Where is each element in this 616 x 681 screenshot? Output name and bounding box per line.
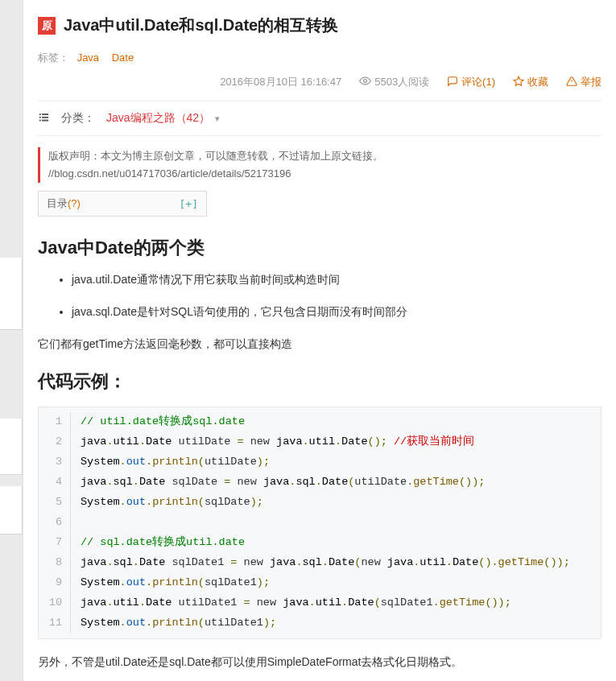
rail-stub[interactable] <box>0 258 23 330</box>
list-icon <box>38 111 50 126</box>
meta-timestamp: 2016年08月10日 16:16:47 <box>220 75 341 89</box>
code-source: // util.date转换成sql.date <box>71 412 245 432</box>
category-row: 分类： Java编程之路（42） ▾ <box>38 101 602 136</box>
rail-stub[interactable] <box>0 419 23 475</box>
chevron-down-icon: ▾ <box>215 114 220 124</box>
views-text: 5503人阅读 <box>374 75 429 89</box>
star-icon <box>513 76 524 89</box>
svg-rect-4 <box>39 114 41 115</box>
meta-report[interactable]: 举报 <box>566 75 602 89</box>
meta-comments[interactable]: 评论(1) <box>447 75 495 89</box>
code-source: System.out.println(sqlDate); <box>71 493 263 513</box>
tag-link[interactable]: Java <box>77 52 99 64</box>
tags-row: 标签： Java Date <box>38 51 602 65</box>
toc-help[interactable]: (?) <box>68 197 81 209</box>
code-line: 1// util.date转换成sql.date <box>39 412 601 432</box>
code-source: System.out.println(sqlDate1); <box>71 573 270 593</box>
code-line: 11System.out.println(utilDate1); <box>39 613 601 634</box>
line-number: 4 <box>39 473 71 493</box>
code-source: java.sql.Date sqlDate1 = new java.sql.Da… <box>71 553 570 573</box>
paragraph: 它们都有getTime方法返回毫秒数，都可以直接构造 <box>38 337 602 352</box>
code-source: // sql.date转换成util.date <box>71 533 245 553</box>
line-number: 5 <box>39 493 71 513</box>
toc-toggle[interactable]: [+] <box>180 198 198 210</box>
article-content: 原 Java中util.Date和sql.Date的相互转换 标签： Java … <box>23 0 616 681</box>
rail-stub[interactable] <box>0 486 23 534</box>
meta-favorite[interactable]: 收藏 <box>513 75 548 89</box>
section-heading-1: Java中Date的两个类 <box>38 236 602 260</box>
meta-views: 5503人阅读 <box>359 75 429 89</box>
meta-row: 2016年08月10日 16:16:47 5503人阅读 评论(1) 收藏 <box>38 75 602 101</box>
svg-point-0 <box>364 80 367 83</box>
svg-rect-5 <box>39 117 41 118</box>
code-line: 3System.out.println(utilDate); <box>39 452 601 473</box>
original-badge: 原 <box>38 17 56 35</box>
category-value[interactable]: Java编程之路（42） ▾ <box>106 111 220 126</box>
toc-left: 目录(?) <box>47 196 81 211</box>
code-line: 10java.util.Date utilDate1 = new java.ut… <box>39 593 601 613</box>
favorite-text: 收藏 <box>527 75 548 89</box>
category-label: 分类： <box>61 111 95 126</box>
toc-label: 目录 <box>47 197 68 209</box>
line-number: 11 <box>39 613 71 634</box>
line-number: 3 <box>39 452 71 473</box>
list-item: java.sql.Date是针对SQL语句使用的，它只包含日期而没有时间部分 <box>72 305 602 320</box>
code-line: 6 <box>39 513 601 533</box>
section-heading-2: 代码示例： <box>38 369 602 394</box>
list-item: java.util.Date通常情况下用它获取当前时间或构造时间 <box>72 273 602 287</box>
category-text: Java编程之路（42） <box>106 111 210 126</box>
code-source: System.out.println(utilDate); <box>71 452 270 473</box>
line-number: 8 <box>39 553 71 573</box>
line-number: 2 <box>39 432 71 452</box>
copyright-notice: 版权声明：本文为博主原创文章，可以随意转载，不过请加上原文链接。 //blog.… <box>38 147 602 183</box>
svg-rect-8 <box>42 117 48 118</box>
code-source: System.out.println(utilDate1); <box>71 613 276 634</box>
code-line: 9System.out.println(sqlDate1); <box>39 573 601 593</box>
tag-link[interactable]: Date <box>112 52 134 64</box>
toc-box[interactable]: 目录(?) [+] <box>38 191 207 217</box>
code-line: 4java.sql.Date sqlDate = new java.sql.Da… <box>39 473 601 493</box>
code-source <box>71 513 81 533</box>
svg-marker-1 <box>514 76 523 85</box>
svg-rect-9 <box>42 120 48 122</box>
comments-text: 评论(1) <box>461 75 495 89</box>
paragraph: 另外，不管是util.Date还是sql.Date都可以使用SimpleDate… <box>38 655 602 670</box>
line-number: 1 <box>39 412 71 432</box>
svg-rect-7 <box>42 114 48 115</box>
code-block: 1// util.date转换成sql.date2java.util.Date … <box>38 407 602 639</box>
tags-label: 标签： <box>38 52 69 64</box>
bullet-list: java.util.Date通常情况下用它获取当前时间或构造时间 java.sq… <box>38 273 602 320</box>
code-line: 2java.util.Date utilDate = new java.util… <box>39 432 601 452</box>
line-number: 9 <box>39 573 71 593</box>
code-line: 8java.sql.Date sqlDate1 = new java.sql.D… <box>39 553 601 573</box>
warning-icon <box>566 76 577 89</box>
code-line: 5System.out.println(sqlDate); <box>39 493 601 513</box>
line-number: 10 <box>39 593 71 613</box>
code-source: java.sql.Date sqlDate = new java.sql.Dat… <box>71 473 485 493</box>
title-row: 原 Java中util.Date和sql.Date的相互转换 <box>38 14 602 36</box>
code-line: 7// sql.date转换成util.date <box>39 533 601 553</box>
article-title: Java中util.Date和sql.Date的相互转换 <box>64 14 338 36</box>
svg-rect-6 <box>39 120 41 122</box>
comment-icon <box>447 76 458 89</box>
left-rail <box>0 0 23 681</box>
code-source: java.util.Date utilDate = new java.util.… <box>71 432 474 452</box>
code-source: java.util.Date utilDate1 = new java.util… <box>71 593 511 613</box>
eye-icon <box>359 75 371 89</box>
line-number: 6 <box>39 513 71 533</box>
report-text: 举报 <box>581 75 602 89</box>
line-number: 7 <box>39 533 71 553</box>
